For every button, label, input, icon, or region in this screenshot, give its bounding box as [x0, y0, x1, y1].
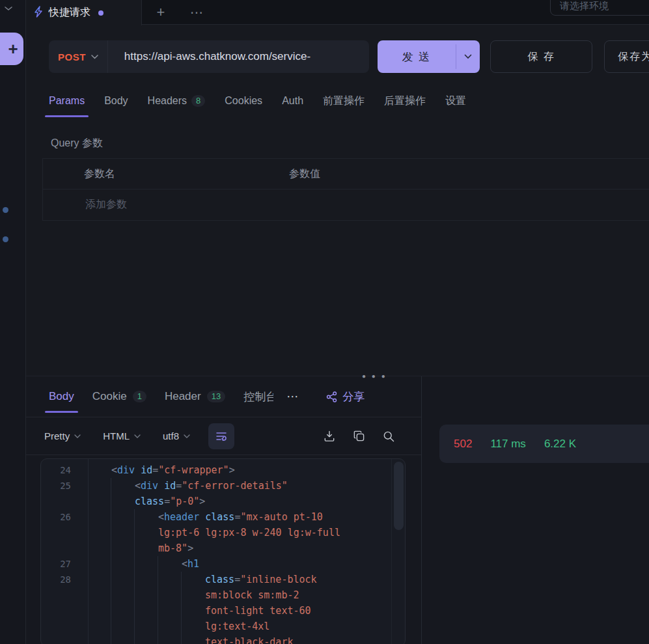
response-size: 6.22 K — [544, 438, 576, 451]
add-param-placeholder: 添加参数 — [43, 198, 127, 212]
cookie-count-badge: 1 — [133, 391, 146, 402]
line-number: 24 — [41, 462, 88, 478]
code-text: <h1 — [88, 556, 199, 572]
tab-body[interactable]: Body — [104, 82, 128, 120]
toolbar-actions — [323, 430, 395, 443]
activity-sidebar: + — [0, 0, 26, 644]
tab-label: Headers — [148, 95, 187, 107]
chevron-down-icon — [91, 55, 98, 59]
code-line: 26<header class="mx-auto pt-10 — [41, 509, 405, 525]
word-wrap-button[interactable] — [208, 423, 234, 449]
tab-response-cookie[interactable]: Cookie 1 — [92, 376, 146, 417]
charset-dropdown[interactable]: utf8 — [163, 430, 190, 441]
code-text: <div id="cf-wrapper"> — [88, 462, 235, 478]
tab-response-body[interactable]: Body — [49, 376, 74, 417]
line-number — [41, 634, 88, 644]
line-number — [41, 494, 88, 509]
format-dropdown[interactable]: Pretty — [44, 430, 81, 441]
send-options-button[interactable] — [456, 40, 480, 73]
param-name-header: 参数名 — [43, 167, 289, 181]
tab-label: Cookie — [92, 390, 127, 403]
code-text: sm:block sm:mb-2 — [88, 587, 299, 603]
response-body-pane: Body Cookie 1 Header 13 控制台 ⋯ — [26, 376, 422, 644]
line-number — [41, 603, 88, 619]
new-tab-button[interactable]: + — [151, 3, 171, 22]
sidebar-indicator-dot[interactable] — [3, 236, 8, 242]
code-line: 25<div id="cf-error-details" — [41, 478, 405, 494]
save-as-button[interactable]: 保存为 — [604, 40, 649, 73]
tab-response-header[interactable]: Header 13 — [165, 376, 225, 417]
response-tabs: Body Cookie 1 Header 13 控制台 ⋯ — [26, 376, 421, 417]
splitter-handle[interactable]: ● ● ● — [362, 372, 387, 380]
chevron-down-icon — [134, 434, 141, 438]
query-params-table: 参数名 参数值 添加参数 — [42, 158, 649, 221]
code-text: lg:pt-6 lg:px-8 w-240 lg:w-full — [88, 525, 340, 540]
status-code: 502 — [454, 438, 472, 451]
editor-scrollbar[interactable] — [394, 462, 404, 530]
tab-label: 前置操作 — [323, 94, 365, 108]
tab-more-button[interactable]: ⋯ — [187, 3, 207, 22]
save-button[interactable]: 保 存 — [490, 40, 592, 73]
add-param-row[interactable]: 添加参数 — [43, 189, 649, 221]
headers-count-badge: 8 — [191, 95, 205, 107]
tab-pre-actions[interactable]: 前置操作 — [323, 82, 365, 120]
word-wrap-icon — [215, 431, 227, 441]
environment-select[interactable]: 请选择环境 — [550, 0, 649, 16]
code-rows: 24<div id="cf-wrapper">25<div id="cf-err… — [41, 462, 405, 644]
request-panel: POST https://api-aws.chatknow.com/servic… — [26, 25, 649, 376]
tab-label: 控制台 — [243, 389, 273, 404]
response-code-editor[interactable]: 24<div id="cf-wrapper">25<div id="cf-err… — [40, 458, 406, 644]
tab-label: 后置操作 — [384, 94, 426, 108]
tab-post-actions[interactable]: 后置操作 — [384, 82, 426, 120]
code-line: sm:block sm:mb-2 — [41, 587, 405, 603]
tab-label: Body — [104, 95, 128, 107]
new-request-button[interactable]: + — [0, 33, 23, 65]
sidebar-indicator-dot[interactable] — [3, 207, 8, 213]
search-icon[interactable] — [382, 430, 395, 443]
url-input[interactable]: https://api-aws.chatknow.com/service- — [108, 50, 311, 63]
code-text: class="p-0"> — [88, 494, 205, 509]
code-line: mb-8"> — [41, 540, 405, 556]
line-number — [41, 619, 88, 634]
share-icon — [326, 391, 337, 402]
tab-params[interactable]: Params — [49, 82, 85, 120]
copy-icon[interactable] — [353, 430, 365, 442]
line-number — [41, 540, 88, 556]
tab-label: Cookies — [225, 95, 262, 107]
language-dropdown[interactable]: HTML — [103, 430, 141, 441]
tab-title: 快捷请求 — [49, 6, 90, 20]
tab-label: Header — [165, 390, 201, 403]
code-text: class="inline-block — [88, 572, 317, 587]
tab-label: Params — [49, 95, 85, 107]
code-text: lg:text-4xl — [88, 619, 269, 634]
send-button[interactable]: 发 送 — [378, 40, 456, 73]
url-bar: POST https://api-aws.chatknow.com/servic… — [49, 40, 369, 73]
response-toolbar: Pretty HTML utf8 — [26, 417, 421, 455]
code-line: 24<div id="cf-wrapper"> — [41, 462, 405, 478]
response-time: 117 ms — [490, 438, 526, 451]
collapse-chevron-icon[interactable] — [4, 3, 13, 14]
line-number — [41, 587, 88, 603]
response-status-bar: 502 117 ms 6.22 K — [439, 425, 649, 463]
response-tabs-more-button[interactable]: ⋯ — [286, 389, 299, 404]
param-table-header: 参数名 参数值 — [43, 158, 649, 189]
tab-settings[interactable]: 设置 — [445, 82, 466, 120]
chevron-down-icon — [184, 434, 190, 438]
tab-headers[interactable]: Headers 8 — [148, 82, 206, 120]
tab-auth[interactable]: Auth — [282, 82, 303, 120]
chevron-down-icon — [464, 54, 472, 59]
code-line: text-black-dark — [41, 634, 405, 644]
method-dropdown[interactable]: POST — [49, 40, 107, 73]
tab-label: 设置 — [445, 94, 466, 108]
code-line: 28class="inline-block — [41, 572, 405, 587]
share-button[interactable]: 分享 — [326, 389, 365, 404]
line-number: 26 — [41, 509, 88, 525]
tab-cookies[interactable]: Cookies — [225, 82, 262, 120]
code-line: lg:text-4xl — [41, 619, 405, 634]
tab-quick-request[interactable]: 快捷请求 — [26, 0, 142, 25]
download-icon[interactable] — [323, 430, 336, 443]
line-number — [41, 525, 88, 540]
header-count-badge: 13 — [207, 391, 225, 402]
chevron-down-icon — [74, 434, 81, 438]
tab-console[interactable]: 控制台 — [243, 376, 273, 417]
